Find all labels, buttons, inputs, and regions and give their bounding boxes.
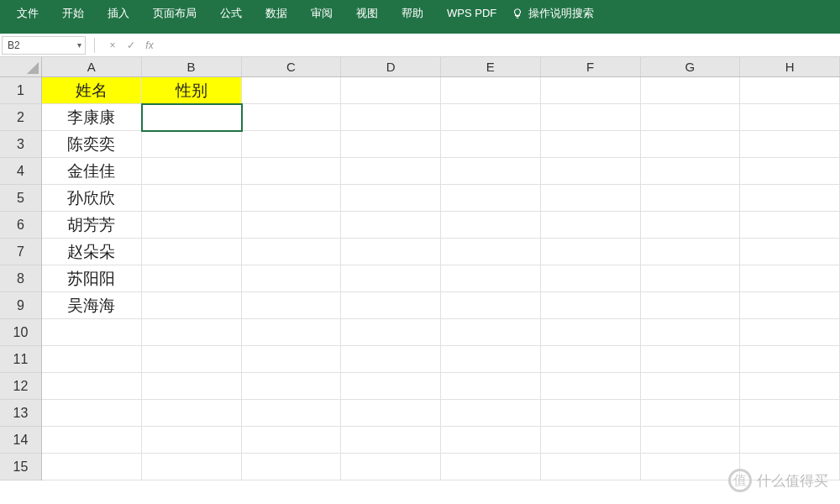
cell-e12[interactable] xyxy=(441,373,541,400)
cell-b6[interactable] xyxy=(142,212,242,239)
cell-d15[interactable] xyxy=(341,454,441,480)
cell-b10[interactable] xyxy=(142,319,242,346)
cell-h6[interactable] xyxy=(740,212,840,239)
cell-f3[interactable] xyxy=(541,131,641,158)
cell-g13[interactable] xyxy=(641,400,741,427)
cell-c12[interactable] xyxy=(242,373,342,400)
cell-g2[interactable] xyxy=(641,104,741,131)
cell-d6[interactable] xyxy=(341,212,441,239)
cell-b13[interactable] xyxy=(142,400,242,427)
cell-e5[interactable] xyxy=(441,185,541,212)
cell-f2[interactable] xyxy=(541,104,641,131)
cell-a1[interactable]: 姓名 xyxy=(42,77,142,104)
tell-me-search[interactable]: 操作说明搜索 xyxy=(528,6,594,21)
cell-f8[interactable] xyxy=(541,265,641,292)
ribbon-tab-view[interactable]: 视图 xyxy=(344,0,390,27)
ribbon-tab-review[interactable]: 审阅 xyxy=(299,0,344,27)
cell-f10[interactable] xyxy=(541,319,641,346)
ribbon-tab-insert[interactable]: 插入 xyxy=(96,0,141,27)
row-header-15[interactable]: 15 xyxy=(0,454,41,480)
cell-e3[interactable] xyxy=(441,131,541,158)
cell-a5[interactable]: 孙欣欣 xyxy=(42,185,142,212)
cell-a12[interactable] xyxy=(42,373,142,400)
cell-e7[interactable] xyxy=(441,239,541,265)
cell-c8[interactable] xyxy=(242,265,342,292)
cell-e14[interactable] xyxy=(441,427,541,454)
cell-a9[interactable]: 吴海海 xyxy=(42,292,142,319)
row-header-8[interactable]: 8 xyxy=(0,265,41,292)
cell-f4[interactable] xyxy=(541,158,641,185)
row-header-11[interactable]: 11 xyxy=(0,346,41,373)
cell-g11[interactable] xyxy=(641,346,741,373)
ribbon-tab-data[interactable]: 数据 xyxy=(254,0,299,27)
cell-d4[interactable] xyxy=(341,158,441,185)
ribbon-tab-formulas[interactable]: 公式 xyxy=(208,0,254,27)
cell-a2[interactable]: 李康康 xyxy=(42,104,142,131)
cell-f7[interactable] xyxy=(541,239,641,265)
confirm-icon[interactable]: ✓ xyxy=(122,39,140,51)
cell-h10[interactable] xyxy=(740,319,840,346)
cell-h5[interactable] xyxy=(740,185,840,212)
cell-d11[interactable] xyxy=(341,346,441,373)
col-header-e[interactable]: E xyxy=(441,57,541,76)
cell-e2[interactable] xyxy=(441,104,541,131)
cell-h15[interactable] xyxy=(740,454,840,480)
cell-a13[interactable] xyxy=(42,400,142,427)
cell-b14[interactable] xyxy=(142,427,242,454)
cell-h13[interactable] xyxy=(740,400,840,427)
cell-g7[interactable] xyxy=(641,239,741,265)
cell-h14[interactable] xyxy=(740,427,840,454)
fx-icon[interactable]: fx xyxy=(140,39,159,51)
row-header-12[interactable]: 12 xyxy=(0,373,41,400)
cell-b15[interactable] xyxy=(142,454,242,480)
cell-e13[interactable] xyxy=(441,400,541,427)
cell-d1[interactable] xyxy=(341,77,441,104)
select-all-corner[interactable] xyxy=(0,57,42,77)
cell-g1[interactable] xyxy=(641,77,741,104)
cell-b2[interactable] xyxy=(142,104,242,131)
cell-d12[interactable] xyxy=(341,373,441,400)
cell-c14[interactable] xyxy=(242,427,342,454)
chevron-down-icon[interactable]: ▾ xyxy=(77,40,81,50)
cell-b12[interactable] xyxy=(142,373,242,400)
cancel-icon[interactable]: × xyxy=(103,39,122,51)
cell-c13[interactable] xyxy=(242,400,342,427)
row-header-4[interactable]: 4 xyxy=(0,158,41,185)
col-header-f[interactable]: F xyxy=(541,57,641,76)
cell-e15[interactable] xyxy=(441,454,541,480)
cell-h3[interactable] xyxy=(740,131,840,158)
cell-g12[interactable] xyxy=(641,373,741,400)
cell-f9[interactable] xyxy=(541,292,641,319)
cell-d7[interactable] xyxy=(341,239,441,265)
cell-a7[interactable]: 赵朵朵 xyxy=(42,239,142,265)
cell-h8[interactable] xyxy=(740,265,840,292)
cell-b5[interactable] xyxy=(142,185,242,212)
cell-e4[interactable] xyxy=(441,158,541,185)
row-header-10[interactable]: 10 xyxy=(0,319,41,346)
cell-g4[interactable] xyxy=(641,158,741,185)
col-header-d[interactable]: D xyxy=(341,57,441,76)
cell-c3[interactable] xyxy=(242,131,342,158)
cell-b8[interactable] xyxy=(142,265,242,292)
row-header-7[interactable]: 7 xyxy=(0,239,41,265)
ribbon-tab-wpspdf[interactable]: WPS PDF xyxy=(435,0,508,27)
row-header-5[interactable]: 5 xyxy=(0,185,41,212)
cell-c7[interactable] xyxy=(242,239,342,265)
cell-a3[interactable]: 陈奕奕 xyxy=(42,131,142,158)
cell-b3[interactable] xyxy=(142,131,242,158)
cell-f12[interactable] xyxy=(541,373,641,400)
cell-f11[interactable] xyxy=(541,346,641,373)
cell-d2[interactable] xyxy=(341,104,441,131)
col-header-g[interactable]: G xyxy=(641,57,741,76)
cell-d14[interactable] xyxy=(341,427,441,454)
cell-e10[interactable] xyxy=(441,319,541,346)
row-header-2[interactable]: 2 xyxy=(0,104,41,131)
cell-d10[interactable] xyxy=(341,319,441,346)
cell-a6[interactable]: 胡芳芳 xyxy=(42,212,142,239)
row-header-3[interactable]: 3 xyxy=(0,131,41,158)
name-box[interactable]: B2 ▾ xyxy=(2,36,86,55)
cell-a15[interactable] xyxy=(42,454,142,480)
row-header-13[interactable]: 13 xyxy=(0,400,41,427)
cell-g10[interactable] xyxy=(641,319,741,346)
cell-e8[interactable] xyxy=(441,265,541,292)
